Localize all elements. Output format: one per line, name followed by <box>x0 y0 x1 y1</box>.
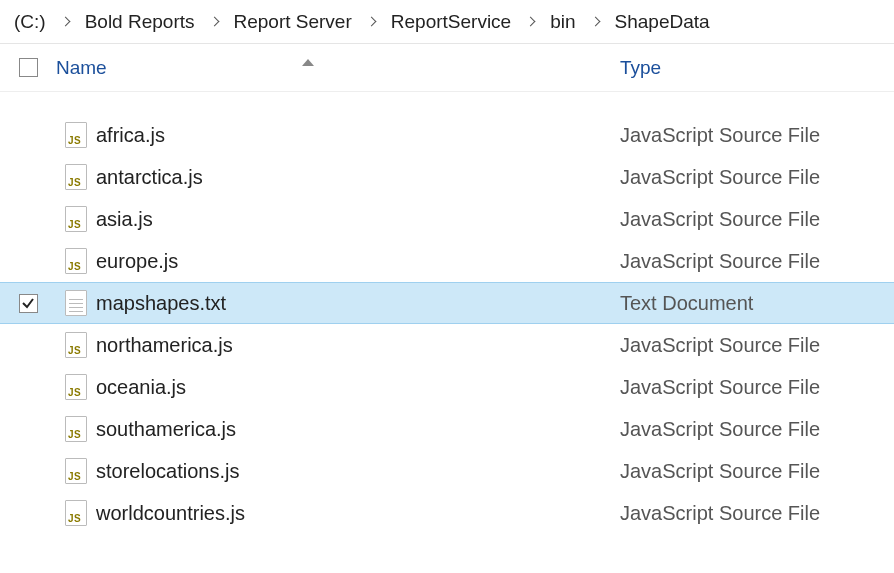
chevron-right-icon[interactable] <box>526 17 536 27</box>
select-all-cell[interactable] <box>0 58 56 77</box>
breadcrumb-level-4[interactable]: bin <box>544 7 581 37</box>
file-name[interactable]: europe.js <box>96 250 608 273</box>
row-checkbox-cell[interactable] <box>0 294 56 313</box>
breadcrumb-level-2[interactable]: Report Server <box>228 7 358 37</box>
file-icon-cell: JS <box>56 122 96 148</box>
file-icon-cell: JS <box>56 500 96 526</box>
file-type: JavaScript Source File <box>608 124 894 147</box>
select-all-checkbox[interactable] <box>19 58 38 77</box>
chevron-right-icon[interactable] <box>209 17 219 27</box>
file-row[interactable]: JS oceania.jsJavaScript Source File <box>0 366 894 408</box>
file-type: JavaScript Source File <box>608 166 894 189</box>
file-type: JavaScript Source File <box>608 250 894 273</box>
file-row[interactable]: JS worldcountries.jsJavaScript Source Fi… <box>0 492 894 534</box>
file-icon-cell: JS <box>56 458 96 484</box>
file-name[interactable]: storelocations.js <box>96 460 608 483</box>
file-icon-cell: JS <box>56 164 96 190</box>
breadcrumb-drive[interactable]: (C:) <box>8 7 52 37</box>
file-type: JavaScript Source File <box>608 208 894 231</box>
file-type: Text Document <box>608 292 894 315</box>
file-type: JavaScript Source File <box>608 502 894 525</box>
file-name[interactable]: africa.js <box>96 124 608 147</box>
file-name[interactable]: oceania.js <box>96 376 608 399</box>
file-type: JavaScript Source File <box>608 376 894 399</box>
file-name[interactable]: worldcountries.js <box>96 502 608 525</box>
file-icon-cell: JS <box>56 416 96 442</box>
file-type: JavaScript Source File <box>608 418 894 441</box>
file-row[interactable]: JS asia.jsJavaScript Source File <box>0 198 894 240</box>
js-file-icon: JS <box>65 122 87 148</box>
address-bar[interactable]: (C:) Bold Reports Report Server ReportSe… <box>0 0 894 44</box>
js-file-icon: JS <box>65 248 87 274</box>
file-type: JavaScript Source File <box>608 334 894 357</box>
chevron-right-icon[interactable] <box>60 17 70 27</box>
file-row[interactable]: mapshapes.txtText Document <box>0 282 894 324</box>
breadcrumb-level-3[interactable]: ReportService <box>385 7 517 37</box>
file-icon-cell: JS <box>56 248 96 274</box>
js-file-icon: JS <box>65 164 87 190</box>
js-file-icon: JS <box>65 332 87 358</box>
row-checkbox[interactable] <box>19 294 38 313</box>
file-list: JS africa.jsJavaScript Source File JS an… <box>0 92 894 534</box>
file-icon-cell <box>56 290 96 316</box>
chevron-right-icon[interactable] <box>590 17 600 27</box>
file-type: JavaScript Source File <box>608 460 894 483</box>
file-icon-cell: JS <box>56 206 96 232</box>
js-file-icon: JS <box>65 206 87 232</box>
sort-ascending-icon <box>302 59 314 66</box>
type-column-header[interactable]: Type <box>608 57 894 79</box>
file-row[interactable]: JS northamerica.jsJavaScript Source File <box>0 324 894 366</box>
file-name[interactable]: antarctica.js <box>96 166 608 189</box>
file-row[interactable]: JS europe.jsJavaScript Source File <box>0 240 894 282</box>
column-headers: Name Type <box>0 44 894 92</box>
type-column-label: Type <box>620 57 661 78</box>
breadcrumb-level-1[interactable]: Bold Reports <box>79 7 201 37</box>
file-icon-cell: JS <box>56 374 96 400</box>
file-name[interactable]: mapshapes.txt <box>96 292 608 315</box>
js-file-icon: JS <box>65 416 87 442</box>
js-file-icon: JS <box>65 458 87 484</box>
file-name[interactable]: southamerica.js <box>96 418 608 441</box>
breadcrumb-current[interactable]: ShapeData <box>609 7 716 37</box>
text-file-icon <box>65 290 87 316</box>
name-column-header[interactable]: Name <box>56 57 608 79</box>
file-icon-cell: JS <box>56 332 96 358</box>
file-row[interactable]: JS storelocations.jsJavaScript Source Fi… <box>0 450 894 492</box>
file-row[interactable]: JS antarctica.jsJavaScript Source File <box>0 156 894 198</box>
name-column-label: Name <box>56 57 107 78</box>
chevron-right-icon[interactable] <box>366 17 376 27</box>
file-name[interactable]: northamerica.js <box>96 334 608 357</box>
file-name[interactable]: asia.js <box>96 208 608 231</box>
file-row[interactable]: JS southamerica.jsJavaScript Source File <box>0 408 894 450</box>
js-file-icon: JS <box>65 500 87 526</box>
js-file-icon: JS <box>65 374 87 400</box>
file-row[interactable]: JS africa.jsJavaScript Source File <box>0 114 894 156</box>
